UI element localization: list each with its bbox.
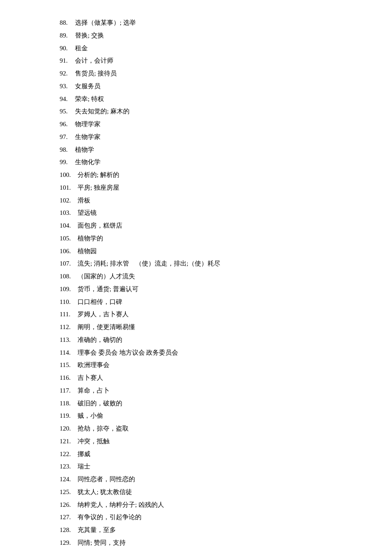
list-item: 127.有争议的，引起争论的 <box>60 512 332 523</box>
item-number: 106. <box>60 246 78 257</box>
item-text: 植物园 <box>78 248 97 254</box>
item-number: 98. <box>60 144 75 156</box>
item-number: 114. <box>60 347 78 359</box>
item-text: 分析的; 解析的 <box>78 171 119 178</box>
item-text: 口口相传，口碑 <box>78 298 122 305</box>
item-text: 破旧的，破败的 <box>78 400 122 407</box>
list-item: 102.滑板 <box>60 195 332 207</box>
item-number: 110. <box>60 296 78 308</box>
item-number: 124. <box>60 474 78 486</box>
item-number: 89. <box>60 30 75 42</box>
list-item: 108.（国家的）人才流失 <box>60 271 332 283</box>
item-text: 挪威 <box>78 451 90 457</box>
item-number: 100. <box>60 169 78 181</box>
vocabulary-list: 88.选择（做某事）; 选举89.替换; 交换90.租金91.会计，会计师92.… <box>60 17 332 549</box>
item-text: 失去知觉的; 麻木的 <box>75 108 130 115</box>
item-text: 同情; 赞同，支持 <box>78 539 126 546</box>
item-text: 生物化学 <box>75 159 101 165</box>
list-item: 110.口口相传，口碑 <box>60 296 332 308</box>
item-number: 96. <box>60 119 75 130</box>
item-text: 同性恋者，同性恋的 <box>78 476 135 483</box>
item-number: 127. <box>60 512 78 523</box>
item-number: 97. <box>60 131 75 143</box>
list-item: 88.选择（做某事）; 选举 <box>60 17 332 29</box>
list-item: 122.挪威 <box>60 448 332 460</box>
item-text: 荣幸; 特权 <box>75 95 104 102</box>
list-item: 125.犹太人; 犹太教信徒 <box>60 486 332 498</box>
item-text: 女服务员 <box>75 83 101 90</box>
item-number: 93. <box>60 81 75 92</box>
list-item: 112.阐明，使更清晰易懂 <box>60 321 332 333</box>
list-item: 103.望远镜 <box>60 207 332 219</box>
list-item: 107.流失; 消耗; 排水管 （使）流走，排出;（使）耗尽 <box>60 258 332 270</box>
list-item: 129.同情; 赞同，支持 <box>60 537 332 549</box>
item-number: 107. <box>60 258 78 270</box>
item-text: 植物学 <box>75 146 94 153</box>
list-item: 113.准确的，确切的 <box>60 334 332 346</box>
item-text: 贼，小偷 <box>78 412 103 419</box>
item-number: 104. <box>60 220 78 232</box>
item-number: 92. <box>60 68 75 80</box>
item-text: 物理学家 <box>75 121 101 127</box>
item-text: 租金 <box>75 45 88 52</box>
item-number: 109. <box>60 283 78 295</box>
item-text: 平房; 独座房屋 <box>78 184 119 191</box>
item-text: 吉卜赛人 <box>78 374 103 381</box>
list-item: 128.充其量，至多 <box>60 524 332 536</box>
item-number: 119. <box>60 410 78 422</box>
item-number: 99. <box>60 156 75 168</box>
list-item: 123.瑞士 <box>60 461 332 473</box>
item-text: 滑板 <box>78 197 90 204</box>
item-number: 128. <box>60 524 78 536</box>
item-text: 选择（做某事）; 选举 <box>75 19 136 26</box>
item-text: 欧洲理事会 <box>78 361 110 368</box>
item-number: 103. <box>60 207 78 219</box>
list-item: 105.植物学的 <box>60 233 332 245</box>
item-number: 91. <box>60 55 75 67</box>
list-item: 95.失去知觉的; 麻木的 <box>60 106 332 118</box>
item-number: 122. <box>60 448 78 460</box>
item-number: 120. <box>60 423 78 435</box>
item-number: 118. <box>60 398 78 410</box>
list-item: 100.分析的; 解析的 <box>60 169 332 181</box>
item-number: 108. <box>60 271 78 283</box>
item-number: 117. <box>60 385 78 397</box>
list-item: 119.贼，小偷 <box>60 410 332 422</box>
list-item: 120.抢劫，掠夺，盗取 <box>60 423 332 435</box>
item-text: 售货员; 接待员 <box>75 70 117 77</box>
list-item: 104.面包房，糕饼店 <box>60 220 332 232</box>
item-text: 会计，会计师 <box>75 57 113 64</box>
list-item: 97.生物学家 <box>60 131 332 143</box>
list-item: 89.替换; 交换 <box>60 30 332 42</box>
item-number: 105. <box>60 233 78 245</box>
item-text: 替换; 交换 <box>75 32 104 39</box>
list-item: 91.会计，会计师 <box>60 55 332 67</box>
list-item: 109.货币，通货; 普遍认可 <box>60 283 332 295</box>
item-number: 95. <box>60 106 75 118</box>
list-item: 121.冲突，抵触 <box>60 436 332 448</box>
item-text: 准确的，确切的 <box>78 336 122 343</box>
unit-header: Unit 3 <box>60 552 332 555</box>
item-text: 流失; 消耗; 排水管 （使）流走，排出;（使）耗尽 <box>78 260 220 267</box>
item-text: 抢劫，掠夺，盗取 <box>78 425 129 432</box>
item-text: 阐明，使更清晰易懂 <box>78 324 135 330</box>
list-item: 92.售货员; 接待员 <box>60 68 332 80</box>
item-number: 126. <box>60 499 78 511</box>
item-number: 101. <box>60 182 78 194</box>
list-item: 118.破旧的，破败的 <box>60 398 332 410</box>
item-number: 116. <box>60 372 78 384</box>
item-text: 算命，占卜 <box>78 387 110 394</box>
item-number: 112. <box>60 321 78 333</box>
list-item: 117.算命，占卜 <box>60 385 332 397</box>
list-item: 114.理事会 委员会 地方议会 政务委员会 <box>60 347 332 359</box>
item-number: 88. <box>60 17 75 29</box>
item-number: 111. <box>60 309 78 321</box>
item-text: 望远镜 <box>78 209 97 216</box>
item-number: 113. <box>60 334 78 346</box>
list-item: 126.纳粹党人，纳粹分子; 凶残的人 <box>60 499 332 511</box>
item-text: 瑞士 <box>78 463 90 470</box>
item-text: 纳粹党人，纳粹分子; 凶残的人 <box>78 501 164 508</box>
item-number: 90. <box>60 43 75 55</box>
list-item: 124.同性恋者，同性恋的 <box>60 474 332 486</box>
item-text: 生物学家 <box>75 133 101 140</box>
